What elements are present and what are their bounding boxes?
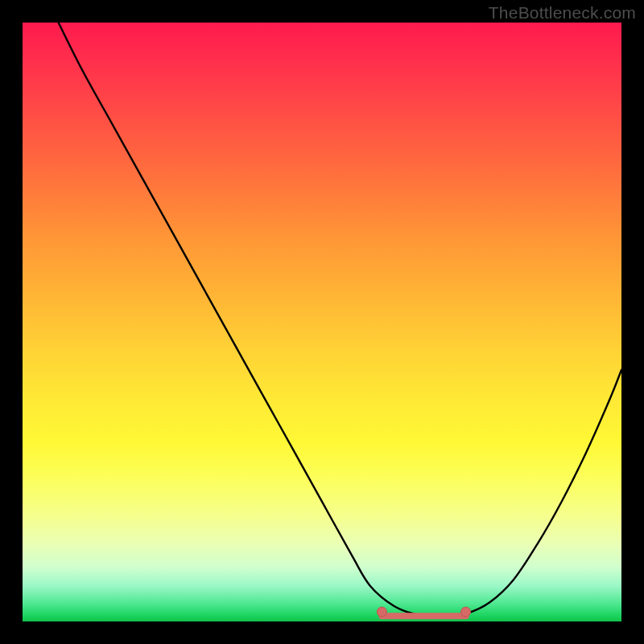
watermark-text: TheBottleneck.com (489, 3, 636, 23)
chart-frame: TheBottleneck.com (0, 0, 644, 644)
plot-area (23, 23, 621, 621)
optimal-end-marker (461, 607, 471, 617)
optimal-start-marker (377, 607, 386, 617)
curve-layer (23, 23, 621, 621)
bottleneck-curve (59, 23, 621, 617)
